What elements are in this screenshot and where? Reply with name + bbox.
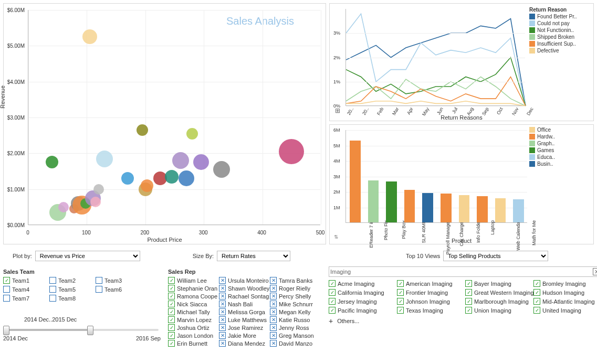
rep-checkbox[interactable]: ✕Nash Bali [219, 301, 270, 307]
bubble[interactable] [165, 170, 179, 184]
bar[interactable] [350, 141, 361, 222]
rep-checkbox[interactable]: ✓Joshua Ortiz [168, 324, 219, 331]
bubble[interactable] [90, 197, 101, 207]
scatter-chart-area[interactable] [28, 10, 320, 225]
bubble[interactable] [172, 152, 189, 169]
rep-checkbox[interactable]: ✓William Lee [168, 277, 219, 284]
bubble[interactable] [137, 124, 148, 136]
legend-item[interactable]: Not Functionin.. [529, 27, 592, 33]
company-search-box[interactable]: Imaging ✕ [329, 266, 597, 277]
team-checkbox[interactable]: Team3 [96, 277, 142, 284]
rep-checkbox[interactable]: ✕Luke Matthews [219, 316, 270, 323]
team-checkbox[interactable]: Team4 [3, 286, 49, 293]
plot-by-select[interactable]: Revenue vs Price [35, 251, 140, 261]
rep-checkbox[interactable]: ✕Jakie More [219, 332, 270, 339]
legend-item[interactable]: Office [529, 127, 592, 133]
company-checkbox[interactable]: ✓Marlborough Imaging [465, 298, 533, 305]
rep-checkbox[interactable]: ✓Stephanie Oran [168, 285, 219, 292]
company-checkbox[interactable]: ✓American Imaging [397, 280, 465, 287]
legend-item[interactable]: Shipped Broken [529, 34, 592, 40]
bar[interactable] [477, 196, 488, 222]
others-link[interactable]: + Others... [329, 317, 597, 325]
bar[interactable] [404, 190, 415, 222]
legend-item[interactable]: Games [529, 147, 592, 153]
company-checkbox[interactable]: ✓Mid-Atlantic Imaging [533, 298, 597, 305]
company-checkbox[interactable]: ✓Johnson Imaging [397, 298, 465, 305]
team-checkbox[interactable]: Team5 [49, 286, 96, 293]
slider-knob-min[interactable] [3, 326, 9, 335]
rep-checkbox[interactable]: ✕Percy Shelly [270, 293, 321, 299]
team-checkbox[interactable]: Team6 [96, 286, 142, 293]
company-checkbox[interactable]: ✓California Imaging [329, 289, 397, 296]
rep-checkbox[interactable]: ✕Rachael Sontag [219, 293, 270, 299]
rep-checkbox[interactable]: ✕Diana Mendez [219, 340, 270, 347]
rep-checkbox[interactable]: ✕Jose Ramirez [219, 324, 270, 331]
rep-checkbox[interactable]: ✕Ursula Monteiro [219, 277, 270, 284]
rep-checkbox[interactable]: ✕David Manzo [270, 340, 321, 347]
rep-checkbox[interactable]: ✕Jenny Ross [270, 324, 321, 331]
bubble[interactable] [58, 202, 69, 212]
bubble[interactable] [96, 151, 113, 167]
rep-checkbox[interactable]: ✓Erin Burnett [168, 340, 219, 347]
legend-item[interactable]: Insufficient Sup.. [529, 41, 592, 47]
bubble[interactable] [193, 154, 209, 170]
legend-item[interactable]: Graph.. [529, 141, 592, 146]
bubble[interactable] [213, 161, 230, 178]
bar[interactable] [459, 195, 470, 222]
bubble[interactable] [179, 170, 194, 186]
bar[interactable] [368, 180, 379, 222]
rep-checkbox[interactable]: ✓Ramona Coope [168, 293, 219, 299]
bar[interactable] [513, 199, 524, 222]
line-chart-area[interactable]: 0%1%2%3%20..20..FebMarAprMayJunJulAugSep… [345, 9, 525, 106]
company-checkbox[interactable]: ✓Bayer Imaging [465, 280, 533, 287]
rep-checkbox[interactable]: ✕Greg Manson [270, 332, 321, 339]
rep-checkbox[interactable]: ✕Tamra Banks [270, 277, 321, 284]
rep-checkbox[interactable]: ✓Michael Tally [168, 308, 219, 315]
legend-item[interactable]: Busin.. [529, 161, 592, 167]
team-checkbox[interactable]: Team7 [3, 295, 49, 302]
bar-chart-area[interactable]: 1M2M3M4M5M6MEReader 7 inPhoto FixPlay Bo… [345, 130, 527, 223]
bar[interactable] [386, 181, 397, 222]
top10-select[interactable]: Top Selling Products [443, 251, 548, 261]
company-checkbox[interactable]: ✓Frontier Imaging [397, 289, 465, 296]
company-checkbox[interactable]: ✓Texas Imaging [397, 307, 465, 314]
bar[interactable] [441, 194, 452, 222]
company-checkbox[interactable]: ✓United Imaging [533, 307, 597, 314]
rep-checkbox[interactable]: ✕Katie Russo [270, 316, 321, 323]
company-checkbox[interactable]: ✓Great Western Imaging [465, 289, 533, 296]
rep-checkbox[interactable]: ✓Nick Siacca [168, 301, 219, 307]
size-by-select[interactable]: Return Rates [217, 251, 290, 261]
legend-item[interactable]: Hardw.. [529, 134, 592, 140]
bar[interactable] [495, 198, 506, 222]
bubble[interactable] [186, 128, 198, 140]
bubble[interactable] [121, 172, 134, 185]
company-checkbox[interactable]: ✓Jersey Imaging [329, 298, 397, 305]
company-checkbox[interactable]: ✓Pacific Imaging [329, 307, 397, 314]
rep-checkbox[interactable]: ✕Shawn Woodley [219, 285, 270, 292]
bubble[interactable] [279, 139, 304, 164]
rep-checkbox[interactable]: ✕Mike Schnurr [270, 301, 321, 307]
company-checkbox[interactable]: ✓Bromley Imaging [533, 280, 597, 287]
rep-checkbox[interactable]: ✕Megan Kelly [270, 308, 321, 315]
close-icon[interactable]: ✕ [593, 268, 597, 275]
bar[interactable] [422, 193, 433, 222]
rep-checkbox[interactable]: ✓Marvin Lopez [168, 316, 219, 323]
bubble[interactable] [82, 29, 97, 44]
rep-checkbox[interactable]: ✕Melissa Gorga [219, 308, 270, 315]
legend-item[interactable]: Educa.. [529, 154, 592, 160]
company-checkbox[interactable]: ✓Union Imaging [465, 307, 533, 314]
legend-item[interactable]: Could not pay [529, 20, 592, 26]
team-checkbox[interactable]: Team2 [49, 277, 96, 284]
legend-item[interactable]: Found Better Pr.. [529, 14, 592, 19]
team-checkbox[interactable]: ✓Team1 [3, 277, 49, 284]
team-checkbox[interactable]: Team8 [49, 295, 96, 302]
date-slider[interactable]: 2014 Dec..2015 Dec 2014 Dec 2016 Sep [3, 316, 161, 344]
legend-item[interactable]: Defective [529, 48, 592, 53]
expand-icon[interactable]: ⊞ [335, 107, 340, 114]
bubble[interactable] [141, 179, 153, 192]
slider-knob-max[interactable] [87, 326, 93, 335]
bubble[interactable] [93, 184, 104, 195]
company-checkbox[interactable]: ✓Hudson Imaging [533, 289, 597, 296]
company-checkbox[interactable]: ✓Acme Imaging [329, 280, 397, 287]
bubble[interactable] [46, 156, 58, 168]
